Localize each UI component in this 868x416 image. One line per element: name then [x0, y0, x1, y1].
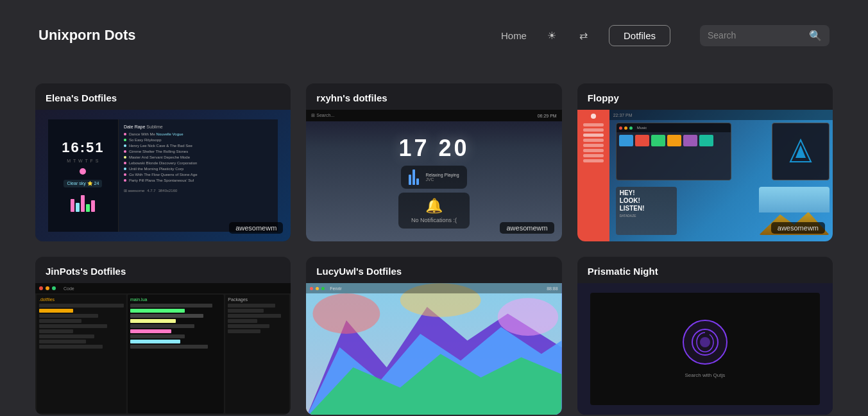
prismatic-logo [683, 320, 728, 365]
card-elena[interactable]: Elena's Dotfiles 16:51 M T W T F S Clear… [35, 83, 291, 241]
main-nav: Home ☀ ⇄ Dotfiles 🔍 [501, 25, 830, 46]
rxyhn-notif: No Notifications :( [411, 217, 457, 223]
card-title-floppy: Floppy [577, 83, 833, 110]
card-rxyhn[interactable]: rxyhn's dotfiles ⊞ Search... 06:29 PM 17… [306, 83, 561, 241]
card-prismatic[interactable]: Prismatic Night Search with Qutjs [577, 257, 833, 415]
floppy-poster-text: HEY!LOOK!LISTEN! [620, 189, 673, 212]
main-content: Elena's Dotfiles 16:51 M T W T F S Clear… [0, 71, 868, 416]
search-input[interactable] [708, 30, 804, 40]
card-title-rxyhn: rxyhn's dotfiles [306, 83, 561, 110]
svg-point-10 [700, 337, 710, 347]
cards-grid: Elena's Dotfiles 16:51 M T W T F S Clear… [35, 83, 833, 415]
shuffle-icon[interactable]: ⇄ [577, 28, 591, 42]
nav-home[interactable]: Home [501, 30, 527, 41]
card-title-prismatic: Prismatic Night [577, 257, 833, 283]
theme-toggle-icon[interactable]: ☀ [545, 28, 559, 42]
card-preview-elena: 16:51 M T W T F S Clear sky ⭐ 24 [35, 110, 291, 241]
site-logo: Unixporn Dots [38, 27, 501, 44]
card-preview-rxyhn: ⊞ Search... 06:29 PM 17 20 Relaxing Play… [306, 110, 561, 241]
search-bar: 🔍 [700, 25, 830, 46]
rxyhn-clock: 17 20 [398, 135, 469, 162]
card-jinpots[interactable]: JinPots's Dotfiles Code .dotfiles [35, 257, 291, 415]
rxyhn-tag: awesomewm [500, 222, 554, 234]
card-title-jinpots: JinPots's Dotfiles [35, 257, 291, 283]
card-preview-prismatic: Search with Qutjs [577, 283, 833, 415]
prismatic-search-text: Search with Qutjs [685, 372, 725, 378]
card-title-elena: Elena's Dotfiles [35, 83, 291, 110]
svg-point-8 [498, 298, 558, 336]
card-preview-jinpots: Code .dotfiles [35, 283, 291, 415]
floppy-tag: awesomewm [771, 222, 825, 234]
card-title-lucy: LucyUwl's Dotfiles [306, 257, 561, 283]
elena-tag: awesomewm [229, 222, 283, 234]
card-preview-floppy: 22:37 PM Music [577, 110, 833, 241]
site-header: Unixporn Dots Home ☀ ⇄ Dotfiles 🔍 [0, 0, 868, 71]
elena-bars [71, 195, 95, 212]
search-icon[interactable]: 🔍 [809, 30, 822, 42]
card-floppy[interactable]: Floppy 22:37 PM [577, 83, 833, 241]
svg-point-6 [313, 293, 380, 334]
card-lucy[interactable]: LucyUwl's Dotfiles Fenrir 88:88 [306, 257, 561, 415]
card-preview-lucy: Fenrir 88:88 [306, 283, 561, 415]
dotfiles-button[interactable]: Dotfiles [609, 25, 670, 46]
elena-clock: 16:51 [62, 139, 104, 156]
